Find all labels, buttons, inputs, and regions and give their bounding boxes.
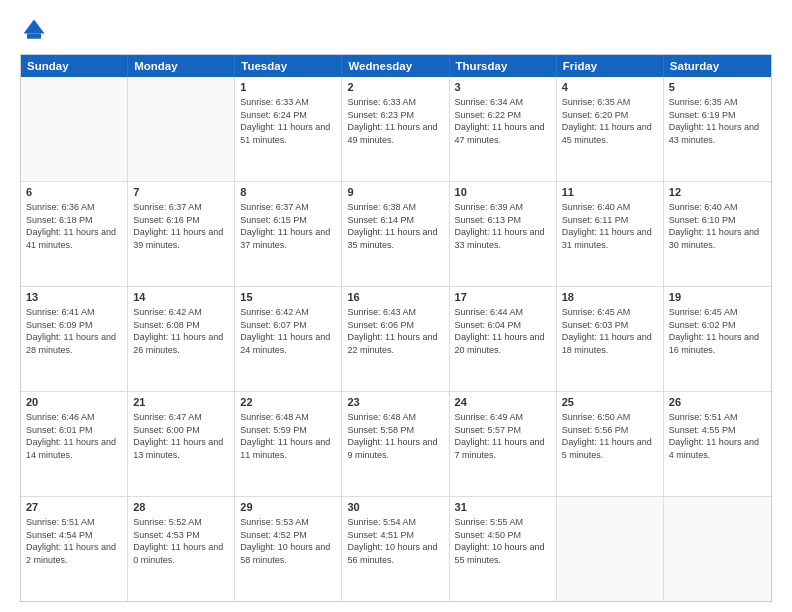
day-number: 2	[347, 80, 443, 95]
cal-cell-day-5: 5Sunrise: 6:35 AM Sunset: 6:19 PM Daylig…	[664, 77, 771, 181]
svg-rect-1	[27, 34, 41, 39]
cal-cell-day-27: 27Sunrise: 5:51 AM Sunset: 4:54 PM Dayli…	[21, 497, 128, 601]
cal-cell-empty	[128, 77, 235, 181]
cal-cell-day-31: 31Sunrise: 5:55 AM Sunset: 4:50 PM Dayli…	[450, 497, 557, 601]
day-number: 24	[455, 395, 551, 410]
cal-cell-day-11: 11Sunrise: 6:40 AM Sunset: 6:11 PM Dayli…	[557, 182, 664, 286]
day-number: 31	[455, 500, 551, 515]
cal-cell-day-30: 30Sunrise: 5:54 AM Sunset: 4:51 PM Dayli…	[342, 497, 449, 601]
day-info: Sunrise: 6:35 AM Sunset: 6:19 PM Dayligh…	[669, 97, 759, 145]
cal-cell-day-22: 22Sunrise: 6:48 AM Sunset: 5:59 PM Dayli…	[235, 392, 342, 496]
day-number: 19	[669, 290, 766, 305]
day-number: 26	[669, 395, 766, 410]
day-info: Sunrise: 6:49 AM Sunset: 5:57 PM Dayligh…	[455, 412, 545, 460]
day-info: Sunrise: 5:53 AM Sunset: 4:52 PM Dayligh…	[240, 517, 330, 565]
cal-cell-day-26: 26Sunrise: 5:51 AM Sunset: 4:55 PM Dayli…	[664, 392, 771, 496]
day-number: 29	[240, 500, 336, 515]
cal-header-sunday: Sunday	[21, 55, 128, 77]
day-info: Sunrise: 6:48 AM Sunset: 5:59 PM Dayligh…	[240, 412, 330, 460]
day-number: 3	[455, 80, 551, 95]
day-info: Sunrise: 6:43 AM Sunset: 6:06 PM Dayligh…	[347, 307, 437, 355]
day-info: Sunrise: 6:34 AM Sunset: 6:22 PM Dayligh…	[455, 97, 545, 145]
day-number: 9	[347, 185, 443, 200]
cal-cell-day-19: 19Sunrise: 6:45 AM Sunset: 6:02 PM Dayli…	[664, 287, 771, 391]
cal-row-2: 6Sunrise: 6:36 AM Sunset: 6:18 PM Daylig…	[21, 181, 771, 286]
cal-header-wednesday: Wednesday	[342, 55, 449, 77]
day-number: 15	[240, 290, 336, 305]
cal-cell-day-13: 13Sunrise: 6:41 AM Sunset: 6:09 PM Dayli…	[21, 287, 128, 391]
cal-cell-empty	[557, 497, 664, 601]
day-number: 22	[240, 395, 336, 410]
cal-cell-day-7: 7Sunrise: 6:37 AM Sunset: 6:16 PM Daylig…	[128, 182, 235, 286]
logo	[20, 16, 52, 44]
day-number: 1	[240, 80, 336, 95]
day-info: Sunrise: 6:36 AM Sunset: 6:18 PM Dayligh…	[26, 202, 116, 250]
day-info: Sunrise: 5:55 AM Sunset: 4:50 PM Dayligh…	[455, 517, 545, 565]
day-info: Sunrise: 6:37 AM Sunset: 6:16 PM Dayligh…	[133, 202, 223, 250]
day-number: 30	[347, 500, 443, 515]
day-info: Sunrise: 6:50 AM Sunset: 5:56 PM Dayligh…	[562, 412, 652, 460]
day-number: 25	[562, 395, 658, 410]
day-number: 10	[455, 185, 551, 200]
day-info: Sunrise: 6:45 AM Sunset: 6:02 PM Dayligh…	[669, 307, 759, 355]
cal-cell-day-28: 28Sunrise: 5:52 AM Sunset: 4:53 PM Dayli…	[128, 497, 235, 601]
day-info: Sunrise: 5:51 AM Sunset: 4:54 PM Dayligh…	[26, 517, 116, 565]
day-info: Sunrise: 6:35 AM Sunset: 6:20 PM Dayligh…	[562, 97, 652, 145]
day-number: 23	[347, 395, 443, 410]
cal-cell-day-25: 25Sunrise: 6:50 AM Sunset: 5:56 PM Dayli…	[557, 392, 664, 496]
day-info: Sunrise: 6:33 AM Sunset: 6:23 PM Dayligh…	[347, 97, 437, 145]
day-number: 16	[347, 290, 443, 305]
day-info: Sunrise: 6:37 AM Sunset: 6:15 PM Dayligh…	[240, 202, 330, 250]
cal-cell-day-10: 10Sunrise: 6:39 AM Sunset: 6:13 PM Dayli…	[450, 182, 557, 286]
cal-row-3: 13Sunrise: 6:41 AM Sunset: 6:09 PM Dayli…	[21, 286, 771, 391]
cal-cell-day-24: 24Sunrise: 6:49 AM Sunset: 5:57 PM Dayli…	[450, 392, 557, 496]
day-number: 20	[26, 395, 122, 410]
cal-cell-day-16: 16Sunrise: 6:43 AM Sunset: 6:06 PM Dayli…	[342, 287, 449, 391]
cal-cell-day-12: 12Sunrise: 6:40 AM Sunset: 6:10 PM Dayli…	[664, 182, 771, 286]
day-number: 14	[133, 290, 229, 305]
cal-cell-day-21: 21Sunrise: 6:47 AM Sunset: 6:00 PM Dayli…	[128, 392, 235, 496]
cal-cell-day-8: 8Sunrise: 6:37 AM Sunset: 6:15 PM Daylig…	[235, 182, 342, 286]
svg-marker-0	[24, 20, 45, 34]
cal-cell-day-2: 2Sunrise: 6:33 AM Sunset: 6:23 PM Daylig…	[342, 77, 449, 181]
cal-header-saturday: Saturday	[664, 55, 771, 77]
day-info: Sunrise: 6:39 AM Sunset: 6:13 PM Dayligh…	[455, 202, 545, 250]
day-info: Sunrise: 6:46 AM Sunset: 6:01 PM Dayligh…	[26, 412, 116, 460]
cal-cell-day-29: 29Sunrise: 5:53 AM Sunset: 4:52 PM Dayli…	[235, 497, 342, 601]
cal-cell-empty	[664, 497, 771, 601]
cal-cell-day-15: 15Sunrise: 6:42 AM Sunset: 6:07 PM Dayli…	[235, 287, 342, 391]
cal-cell-empty	[21, 77, 128, 181]
day-number: 17	[455, 290, 551, 305]
day-number: 27	[26, 500, 122, 515]
cal-cell-day-9: 9Sunrise: 6:38 AM Sunset: 6:14 PM Daylig…	[342, 182, 449, 286]
day-info: Sunrise: 5:51 AM Sunset: 4:55 PM Dayligh…	[669, 412, 759, 460]
header	[20, 16, 772, 44]
cal-row-1: 1Sunrise: 6:33 AM Sunset: 6:24 PM Daylig…	[21, 77, 771, 181]
day-number: 21	[133, 395, 229, 410]
day-number: 6	[26, 185, 122, 200]
day-info: Sunrise: 6:40 AM Sunset: 6:11 PM Dayligh…	[562, 202, 652, 250]
cal-cell-day-6: 6Sunrise: 6:36 AM Sunset: 6:18 PM Daylig…	[21, 182, 128, 286]
day-info: Sunrise: 6:42 AM Sunset: 6:07 PM Dayligh…	[240, 307, 330, 355]
logo-icon	[20, 16, 48, 44]
day-info: Sunrise: 5:54 AM Sunset: 4:51 PM Dayligh…	[347, 517, 437, 565]
cal-header-thursday: Thursday	[450, 55, 557, 77]
day-info: Sunrise: 5:52 AM Sunset: 4:53 PM Dayligh…	[133, 517, 223, 565]
day-info: Sunrise: 6:45 AM Sunset: 6:03 PM Dayligh…	[562, 307, 652, 355]
day-number: 5	[669, 80, 766, 95]
day-number: 8	[240, 185, 336, 200]
cal-row-4: 20Sunrise: 6:46 AM Sunset: 6:01 PM Dayli…	[21, 391, 771, 496]
page: SundayMondayTuesdayWednesdayThursdayFrid…	[0, 0, 792, 612]
day-number: 12	[669, 185, 766, 200]
cal-cell-day-23: 23Sunrise: 6:48 AM Sunset: 5:58 PM Dayli…	[342, 392, 449, 496]
calendar-body: 1Sunrise: 6:33 AM Sunset: 6:24 PM Daylig…	[21, 77, 771, 601]
cal-header-friday: Friday	[557, 55, 664, 77]
day-number: 7	[133, 185, 229, 200]
calendar: SundayMondayTuesdayWednesdayThursdayFrid…	[20, 54, 772, 602]
cal-row-5: 27Sunrise: 5:51 AM Sunset: 4:54 PM Dayli…	[21, 496, 771, 601]
day-info: Sunrise: 6:40 AM Sunset: 6:10 PM Dayligh…	[669, 202, 759, 250]
cal-cell-day-1: 1Sunrise: 6:33 AM Sunset: 6:24 PM Daylig…	[235, 77, 342, 181]
day-info: Sunrise: 6:33 AM Sunset: 6:24 PM Dayligh…	[240, 97, 330, 145]
day-info: Sunrise: 6:41 AM Sunset: 6:09 PM Dayligh…	[26, 307, 116, 355]
cal-cell-day-20: 20Sunrise: 6:46 AM Sunset: 6:01 PM Dayli…	[21, 392, 128, 496]
